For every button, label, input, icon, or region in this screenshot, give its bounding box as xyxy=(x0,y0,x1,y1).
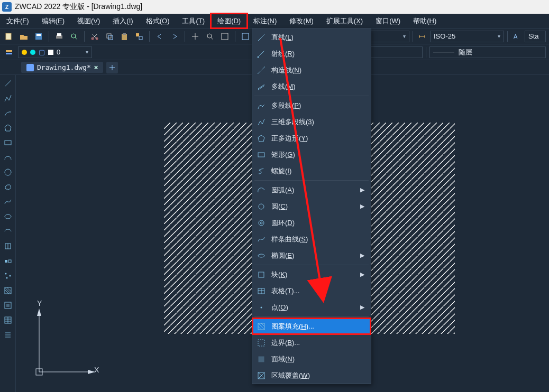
menu-item-xline[interactable]: 构造线(N) xyxy=(252,62,371,78)
new-tab-button[interactable] xyxy=(106,62,118,73)
svg-rect-16 xyxy=(139,36,142,40)
menu-item-mline[interactable]: 多线(M) xyxy=(252,78,371,95)
svg-line-18 xyxy=(211,38,213,40)
menu-item-wipeout[interactable]: 区域覆盖(W) xyxy=(252,367,371,384)
menu-item-3dpoly[interactable]: 三维多段线(3) xyxy=(252,114,371,130)
menu-item-5[interactable]: 工具(T) xyxy=(176,14,211,28)
block-tool-icon[interactable] xyxy=(3,256,13,266)
menu-item-boundary[interactable]: 边界(B)... xyxy=(252,334,371,351)
menu-item-block[interactable]: 块(K)▶ xyxy=(252,266,371,283)
ellipse-tool-icon[interactable] xyxy=(3,211,13,222)
menu-item-pline[interactable]: 多段线(P) xyxy=(252,97,371,114)
menu-item-table[interactable]: 表格(T)... xyxy=(252,283,371,299)
dim-icon[interactable] xyxy=(416,31,428,42)
save-icon[interactable] xyxy=(33,31,44,42)
document-tab[interactable]: Drawing1.dwg* × xyxy=(21,62,103,73)
hatch-icon xyxy=(257,322,266,331)
region-tool-icon[interactable] xyxy=(3,300,13,311)
menu-item-4[interactable]: 格式(O) xyxy=(140,14,176,28)
menu-item-helix[interactable]: 螺旋(I) xyxy=(252,163,371,179)
tab-close-icon[interactable]: × xyxy=(94,63,98,71)
redo-icon[interactable] xyxy=(169,31,180,42)
layer-combo[interactable]: ▢ 0 ▾ xyxy=(18,46,92,58)
menu-item-3[interactable]: 插入(I) xyxy=(106,14,139,28)
menu-item-10[interactable]: 窗口(W) xyxy=(369,14,407,28)
menu-item-7[interactable]: 标注(N) xyxy=(247,14,283,28)
svg-line-62 xyxy=(258,51,264,57)
text-style-icon[interactable]: A xyxy=(511,31,523,42)
undo-icon[interactable] xyxy=(154,31,166,42)
title-text: ZWCAD 2022 专业版 - [Drawing1.dwg] xyxy=(15,2,142,12)
svg-marker-30 xyxy=(5,125,11,131)
dim-style-combo[interactable]: ISO-25 ▾ xyxy=(430,31,504,42)
table-tool-icon[interactable] xyxy=(3,315,13,325)
svg-point-32 xyxy=(5,169,11,175)
spline-tool-icon[interactable] xyxy=(3,197,13,207)
svg-rect-46 xyxy=(6,304,10,307)
menu-item-circle[interactable]: 圆(C)▶ xyxy=(252,198,371,214)
menu-item-hatch[interactable]: 图案填充(H)... xyxy=(252,318,371,334)
menu-item-polygon[interactable]: 正多边形(Y) xyxy=(252,130,371,146)
svg-rect-19 xyxy=(222,33,228,40)
menu-item-ray[interactable]: 射线(R) xyxy=(252,45,371,62)
svg-line-44 xyxy=(7,287,11,292)
hatch-tool-icon[interactable] xyxy=(3,285,13,296)
ellarc-tool-icon[interactable] xyxy=(3,226,13,237)
menu-item-label: 射线(R) xyxy=(271,49,367,59)
point-tool-icon[interactable] xyxy=(3,270,13,281)
rect-tool-icon[interactable] xyxy=(3,137,13,148)
paste-icon[interactable] xyxy=(118,31,130,42)
arc2-tool-icon[interactable] xyxy=(3,152,13,163)
menu-item-ellipse[interactable]: 椭圆(E)▶ xyxy=(252,247,371,264)
menu-item-9[interactable]: 扩展工具(X) xyxy=(320,14,369,28)
svg-line-65 xyxy=(258,85,264,89)
arc-icon xyxy=(257,185,266,195)
polygon-tool-icon[interactable] xyxy=(3,123,13,133)
more-tool-icon[interactable] xyxy=(3,330,13,340)
menu-item-line[interactable]: 直线(L) xyxy=(252,29,371,45)
menu-item-2[interactable]: 视图(V) xyxy=(71,14,106,28)
menu-item-0[interactable]: 文件(F) xyxy=(0,14,35,28)
svg-point-38 xyxy=(5,273,6,275)
menu-item-point[interactable]: 点(O)▶ xyxy=(252,299,371,315)
menu-item-arc[interactable]: 圆弧(A)▶ xyxy=(252,182,371,198)
pline-tool-icon[interactable] xyxy=(3,93,13,104)
open-icon[interactable] xyxy=(18,31,30,42)
menu-item-region[interactable]: 面域(N) xyxy=(252,351,371,367)
prop-icon[interactable] xyxy=(240,31,251,42)
lineweight-combo[interactable]: 随层 xyxy=(429,46,546,58)
menu-item-label: 圆(C) xyxy=(271,202,355,211)
menu-item-rect[interactable]: 矩形(G) xyxy=(252,146,371,163)
print-icon[interactable] xyxy=(53,31,65,42)
cut-icon[interactable] xyxy=(89,31,100,42)
dim-style-value: ISO-25 xyxy=(434,32,455,40)
menu-item-label: 边界(B)... xyxy=(271,338,367,348)
circle-tool-icon[interactable] xyxy=(3,167,13,178)
line-tool-icon[interactable] xyxy=(3,78,13,89)
menu-item-6[interactable]: 绘图(D) xyxy=(211,14,247,28)
pan-icon[interactable] xyxy=(189,31,201,42)
menu-item-label: 正多边形(Y) xyxy=(271,134,367,143)
zoom-icon[interactable] xyxy=(204,31,216,42)
new-icon[interactable] xyxy=(3,31,15,42)
menu-item-8[interactable]: 修改(M) xyxy=(283,14,320,28)
revcloud-tool-icon[interactable] xyxy=(3,182,13,192)
svg-rect-68 xyxy=(258,153,264,157)
circle-icon xyxy=(257,202,266,211)
menu-item-donut[interactable]: 圆环(D) xyxy=(252,214,371,231)
text-style-combo[interactable]: Sta xyxy=(525,31,546,42)
menu-item-1[interactable]: 编辑(E) xyxy=(35,14,71,28)
submenu-arrow-icon: ▶ xyxy=(360,304,367,311)
menu-item-label: 三维多段线(3) xyxy=(271,117,367,127)
layer-mgr-icon[interactable] xyxy=(3,46,15,58)
arc-tool-icon[interactable] xyxy=(3,108,13,118)
insert-tool-icon[interactable] xyxy=(3,241,13,251)
copy-icon[interactable] xyxy=(104,31,115,42)
menu-item-11[interactable]: 帮助(H) xyxy=(407,14,443,28)
zoom-ext-icon[interactable] xyxy=(219,31,231,42)
match-icon[interactable] xyxy=(133,31,145,42)
menu-item-spline[interactable]: 样条曲线(S) xyxy=(252,231,371,247)
svg-line-66 xyxy=(258,86,264,90)
menu-item-label: 块(K) xyxy=(271,270,355,279)
preview-icon[interactable] xyxy=(68,31,80,42)
